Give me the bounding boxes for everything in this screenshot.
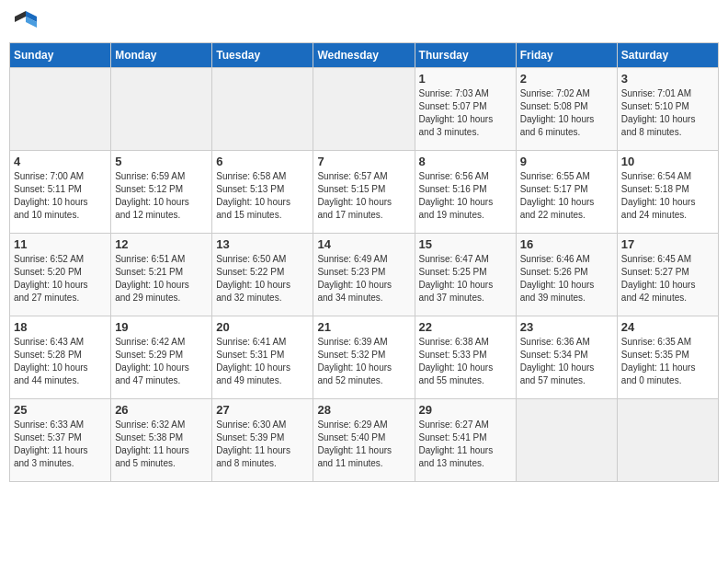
calendar-cell: 29Sunrise: 6:27 AM Sunset: 5:41 PM Dayli…: [415, 399, 516, 482]
day-number: 20: [216, 320, 309, 334]
calendar-cell: 1Sunrise: 7:03 AM Sunset: 5:07 PM Daylig…: [415, 68, 516, 151]
calendar-cell: [313, 68, 415, 151]
day-info: Sunrise: 6:52 AM Sunset: 5:20 PM Dayligh…: [14, 253, 107, 304]
logo-icon: [13, 9, 39, 35]
weekday-header-monday: Monday: [111, 43, 212, 68]
day-number: 13: [216, 237, 309, 251]
day-info: Sunrise: 6:36 AM Sunset: 5:34 PM Dayligh…: [520, 336, 613, 387]
day-info: Sunrise: 7:00 AM Sunset: 5:11 PM Dayligh…: [14, 170, 107, 222]
calendar-cell: 13Sunrise: 6:50 AM Sunset: 5:22 PM Dayli…: [212, 234, 313, 316]
day-info: Sunrise: 6:59 AM Sunset: 5:12 PM Dayligh…: [115, 170, 208, 222]
day-info: Sunrise: 6:41 AM Sunset: 5:31 PM Dayligh…: [216, 336, 309, 387]
day-number: 2: [520, 72, 613, 86]
day-number: 16: [520, 237, 613, 251]
day-info: Sunrise: 7:01 AM Sunset: 5:10 PM Dayligh…: [621, 87, 714, 139]
day-info: Sunrise: 6:57 AM Sunset: 5:15 PM Dayligh…: [317, 170, 410, 222]
calendar-cell: [617, 399, 718, 482]
day-number: 12: [115, 237, 208, 251]
calendar-cell: 6Sunrise: 6:58 AM Sunset: 5:13 PM Daylig…: [212, 151, 313, 234]
day-number: 10: [621, 155, 714, 168]
day-info: Sunrise: 6:32 AM Sunset: 5:38 PM Dayligh…: [115, 419, 208, 470]
calendar-cell: 5Sunrise: 6:59 AM Sunset: 5:12 PM Daylig…: [111, 151, 212, 234]
day-info: Sunrise: 6:50 AM Sunset: 5:22 PM Dayligh…: [216, 253, 309, 304]
calendar-cell: 24Sunrise: 6:35 AM Sunset: 5:35 PM Dayli…: [617, 316, 718, 399]
day-number: 6: [216, 155, 309, 168]
calendar-cell: 4Sunrise: 7:00 AM Sunset: 5:11 PM Daylig…: [10, 151, 111, 234]
day-number: 17: [621, 237, 714, 251]
calendar-cell: 12Sunrise: 6:51 AM Sunset: 5:21 PM Dayli…: [111, 234, 212, 316]
day-number: 28: [317, 403, 410, 417]
calendar-week-row: 25Sunrise: 6:33 AM Sunset: 5:37 PM Dayli…: [10, 399, 719, 482]
calendar-cell: 15Sunrise: 6:47 AM Sunset: 5:25 PM Dayli…: [415, 234, 516, 316]
day-info: Sunrise: 6:42 AM Sunset: 5:29 PM Dayligh…: [115, 336, 208, 387]
day-number: 25: [14, 403, 107, 417]
weekday-header-saturday: Saturday: [617, 43, 718, 68]
day-number: 14: [317, 237, 410, 251]
calendar-cell: 20Sunrise: 6:41 AM Sunset: 5:31 PM Dayli…: [212, 316, 313, 399]
weekday-header-thursday: Thursday: [415, 43, 516, 68]
calendar-cell: 18Sunrise: 6:43 AM Sunset: 5:28 PM Dayli…: [10, 316, 111, 399]
day-number: 23: [520, 320, 613, 334]
calendar-cell: 11Sunrise: 6:52 AM Sunset: 5:20 PM Dayli…: [10, 234, 111, 316]
calendar-cell: 14Sunrise: 6:49 AM Sunset: 5:23 PM Dayli…: [313, 234, 415, 316]
calendar-cell: 27Sunrise: 6:30 AM Sunset: 5:39 PM Dayli…: [212, 399, 313, 482]
calendar-cell: [111, 68, 212, 151]
day-number: 4: [14, 155, 107, 168]
calendar-cell: 28Sunrise: 6:29 AM Sunset: 5:40 PM Dayli…: [313, 399, 415, 482]
day-info: Sunrise: 6:35 AM Sunset: 5:35 PM Dayligh…: [621, 336, 714, 387]
day-info: Sunrise: 6:58 AM Sunset: 5:13 PM Dayligh…: [216, 170, 309, 222]
day-number: 7: [317, 155, 410, 168]
day-number: 15: [419, 237, 512, 251]
calendar-cell: 10Sunrise: 6:54 AM Sunset: 5:18 PM Dayli…: [617, 151, 718, 234]
day-info: Sunrise: 6:55 AM Sunset: 5:17 PM Dayligh…: [520, 170, 613, 222]
calendar-week-row: 11Sunrise: 6:52 AM Sunset: 5:20 PM Dayli…: [10, 234, 719, 316]
weekday-header-tuesday: Tuesday: [212, 43, 313, 68]
day-number: 22: [419, 320, 512, 334]
calendar-cell: [212, 68, 313, 151]
day-info: Sunrise: 6:47 AM Sunset: 5:25 PM Dayligh…: [419, 253, 512, 304]
day-number: 26: [115, 403, 208, 417]
weekday-header-friday: Friday: [516, 43, 617, 68]
calendar-cell: [10, 68, 111, 151]
day-info: Sunrise: 6:27 AM Sunset: 5:41 PM Dayligh…: [419, 419, 512, 470]
calendar-cell: 22Sunrise: 6:38 AM Sunset: 5:33 PM Dayli…: [415, 316, 516, 399]
day-number: 19: [115, 320, 208, 334]
day-number: 27: [216, 403, 309, 417]
day-info: Sunrise: 6:43 AM Sunset: 5:28 PM Dayligh…: [14, 336, 107, 387]
calendar-cell: 23Sunrise: 6:36 AM Sunset: 5:34 PM Dayli…: [516, 316, 617, 399]
day-number: 8: [419, 155, 512, 168]
day-info: Sunrise: 7:03 AM Sunset: 5:07 PM Dayligh…: [419, 87, 512, 139]
day-number: 29: [419, 403, 512, 417]
svg-marker-2: [15, 11, 26, 22]
day-number: 1: [419, 72, 512, 86]
day-number: 3: [621, 72, 714, 86]
weekday-header-row: SundayMondayTuesdayWednesdayThursdayFrid…: [10, 43, 719, 68]
day-number: 9: [520, 155, 613, 168]
calendar-cell: 17Sunrise: 6:45 AM Sunset: 5:27 PM Dayli…: [617, 234, 718, 316]
calendar-table: SundayMondayTuesdayWednesdayThursdayFrid…: [9, 42, 719, 482]
day-number: 18: [14, 320, 107, 334]
day-number: 21: [317, 320, 410, 334]
day-number: 5: [115, 155, 208, 168]
day-info: Sunrise: 6:33 AM Sunset: 5:37 PM Dayligh…: [14, 419, 107, 470]
calendar-week-row: 4Sunrise: 7:00 AM Sunset: 5:11 PM Daylig…: [10, 151, 719, 234]
day-info: Sunrise: 6:30 AM Sunset: 5:39 PM Dayligh…: [216, 419, 309, 470]
day-info: Sunrise: 6:29 AM Sunset: 5:40 PM Dayligh…: [317, 419, 410, 470]
calendar-cell: 9Sunrise: 6:55 AM Sunset: 5:17 PM Daylig…: [516, 151, 617, 234]
day-info: Sunrise: 6:49 AM Sunset: 5:23 PM Dayligh…: [317, 253, 410, 304]
calendar-cell: 2Sunrise: 7:02 AM Sunset: 5:08 PM Daylig…: [516, 68, 617, 151]
calendar-cell: 8Sunrise: 6:56 AM Sunset: 5:16 PM Daylig…: [415, 151, 516, 234]
day-info: Sunrise: 7:02 AM Sunset: 5:08 PM Dayligh…: [520, 87, 613, 139]
calendar-week-row: 18Sunrise: 6:43 AM Sunset: 5:28 PM Dayli…: [10, 316, 719, 399]
page-header: [9, 9, 719, 35]
logo: [13, 9, 42, 35]
day-number: 24: [621, 320, 714, 334]
calendar-cell: 16Sunrise: 6:46 AM Sunset: 5:26 PM Dayli…: [516, 234, 617, 316]
weekday-header-sunday: Sunday: [10, 43, 111, 68]
day-info: Sunrise: 6:39 AM Sunset: 5:32 PM Dayligh…: [317, 336, 410, 387]
calendar-cell: 26Sunrise: 6:32 AM Sunset: 5:38 PM Dayli…: [111, 399, 212, 482]
calendar-cell: 19Sunrise: 6:42 AM Sunset: 5:29 PM Dayli…: [111, 316, 212, 399]
day-info: Sunrise: 6:54 AM Sunset: 5:18 PM Dayligh…: [621, 170, 714, 222]
day-info: Sunrise: 6:51 AM Sunset: 5:21 PM Dayligh…: [115, 253, 208, 304]
calendar-cell: 21Sunrise: 6:39 AM Sunset: 5:32 PM Dayli…: [313, 316, 415, 399]
